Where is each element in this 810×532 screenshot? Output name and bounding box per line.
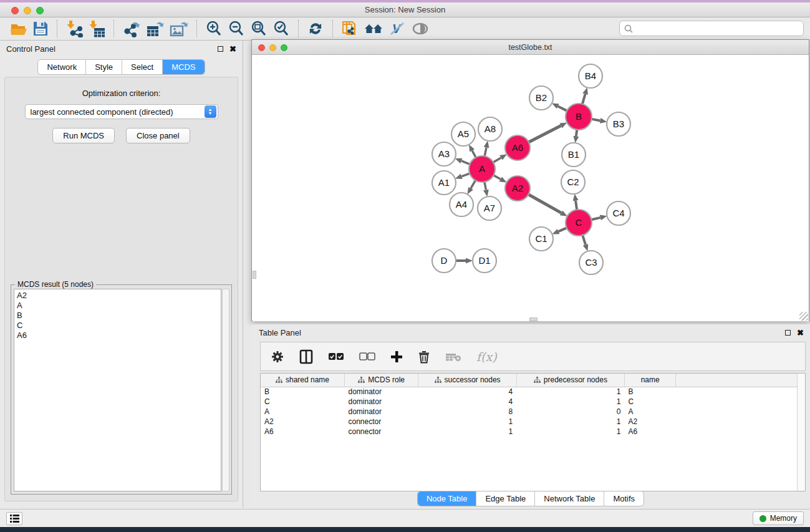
task-history-button[interactable]: [6, 512, 22, 525]
refresh-button[interactable]: [304, 19, 327, 39]
tab-mcds[interactable]: MCDS: [163, 60, 204, 74]
function-builder-button[interactable]: f(x): [476, 347, 497, 367]
column-header-predecessor-nodes[interactable]: predecessor nodes: [516, 374, 624, 387]
memory-button[interactable]: Memory: [753, 511, 804, 525]
zoom-window-button[interactable]: [36, 7, 44, 14]
node-label-A6: A6: [512, 142, 523, 153]
network-window-titlebar[interactable]: testGlobe.txt: [252, 40, 809, 55]
edge-A-A5[interactable]: [472, 150, 476, 157]
table-scrollbar[interactable]: [797, 374, 805, 491]
close-table-panel-icon[interactable]: ✖: [797, 330, 804, 336]
zoom-out-button[interactable]: [225, 19, 248, 39]
result-item[interactable]: A: [17, 301, 221, 311]
close-window-button[interactable]: [11, 7, 19, 14]
minimize-window-button[interactable]: [24, 7, 31, 14]
float-table-panel-icon[interactable]: [785, 330, 791, 336]
result-item[interactable]: A2: [17, 291, 221, 301]
edge-A-A3[interactable]: [461, 161, 470, 164]
edge-B-B3[interactable]: [592, 119, 600, 121]
edge-A-A2[interactable]: [493, 175, 500, 179]
search-input[interactable]: [634, 24, 803, 33]
checked-boxes-icon: [328, 352, 344, 361]
column-header-successor-nodes[interactable]: successor nodes: [418, 374, 516, 387]
result-item[interactable]: A6: [17, 331, 221, 341]
tab-network-table[interactable]: Network Table: [535, 491, 604, 506]
export-image-button[interactable]: [167, 19, 191, 39]
table-row[interactable]: A6connector11A6: [261, 427, 805, 437]
edge-B-B2[interactable]: [558, 106, 567, 110]
network-zoom-button[interactable]: [281, 44, 287, 51]
edge-A-A4[interactable]: [471, 180, 475, 188]
table-settings-button[interactable]: [271, 347, 284, 367]
edge-A-A8[interactable]: [485, 147, 486, 156]
edge-C-C4[interactable]: [591, 218, 600, 220]
result-scrollbar[interactable]: [222, 289, 229, 491]
edge-A-A6[interactable]: [493, 158, 501, 162]
horizontal-scroll-nub[interactable]: [529, 317, 538, 321]
edge-A-A1[interactable]: [461, 173, 470, 177]
edge-B-B1[interactable]: [576, 130, 577, 136]
table-row[interactable]: Adominator80A: [261, 407, 805, 417]
cell: 1: [418, 427, 516, 437]
tab-select[interactable]: Select: [122, 60, 163, 74]
import-network-button[interactable]: [63, 19, 85, 39]
add-column-button[interactable]: [390, 347, 403, 367]
tab-node-table[interactable]: Node Table: [418, 491, 477, 506]
column-header-name[interactable]: name: [624, 374, 675, 387]
result-item[interactable]: B: [17, 311, 221, 321]
column-header-shared-name[interactable]: shared name: [261, 374, 345, 387]
search-field[interactable]: [619, 21, 804, 36]
export-table-button[interactable]: [143, 19, 167, 39]
resize-grip-icon[interactable]: [799, 312, 808, 321]
export-network-button[interactable]: [120, 19, 143, 39]
hide-analysis-button[interactable]: V: [386, 19, 408, 39]
delete-table-button[interactable]: [445, 347, 461, 367]
close-panel-button[interactable]: Close panel: [126, 128, 190, 143]
import-table-button[interactable]: [85, 19, 108, 39]
node-label-A5: A5: [458, 128, 469, 139]
tab-edge-table[interactable]: Edge Table: [476, 491, 535, 506]
edge-C-C1[interactable]: [559, 228, 567, 231]
float-panel-icon[interactable]: [218, 46, 223, 52]
network-graph[interactable]: AA1A2A3A4A5A6A7A8BB1B2B3B4CC1C2C3C4DD1: [253, 56, 809, 321]
edge-B-B4[interactable]: [582, 94, 586, 104]
network-canvas[interactable]: AA1A2A3A4A5A6A7A8BB1B2B3B4CC1C2C3C4DD1: [253, 56, 809, 321]
optimization-criterion-select[interactable]: largest connected component (directed) ▲…: [25, 104, 218, 119]
network-close-button[interactable]: [258, 44, 265, 51]
tab-motifs[interactable]: Motifs: [604, 491, 644, 506]
select-all-columns-button[interactable]: [328, 347, 344, 367]
vertical-scroll-nub[interactable]: [253, 271, 256, 279]
run-mcds-button[interactable]: Run MCDS: [52, 128, 115, 143]
show-columns-button[interactable]: [299, 347, 313, 367]
deselect-all-columns-button[interactable]: [359, 347, 375, 367]
clone-network-icon: [341, 19, 359, 38]
edge-A6-B[interactable]: [529, 126, 561, 142]
edge-C-C3[interactable]: [582, 235, 586, 244]
tab-style[interactable]: Style: [86, 60, 122, 74]
edge-C-C2[interactable]: [576, 201, 577, 210]
edge-A2-C[interactable]: [528, 195, 561, 213]
edge-A-A7[interactable]: [485, 182, 486, 190]
close-panel-icon[interactable]: ✖: [229, 46, 236, 52]
select-stepper-icon: ▲▼: [205, 105, 216, 118]
table-panel: Table Panel ✖: [251, 324, 810, 508]
column-type-icon: [276, 377, 282, 384]
clone-network-button[interactable]: [339, 19, 361, 39]
eye-button[interactable]: [408, 19, 432, 39]
result-item[interactable]: C: [17, 321, 221, 331]
table-row[interactable]: A2connector11A2: [261, 417, 805, 427]
column-header-MCDS-role[interactable]: MCDS role: [345, 374, 418, 387]
network-minimize-button[interactable]: [269, 44, 276, 51]
zoom-in-button[interactable]: [203, 19, 225, 39]
node-label-B: B: [576, 111, 582, 122]
cell: A2: [624, 417, 675, 427]
zoom-selected-button[interactable]: [270, 19, 292, 39]
open-session-button[interactable]: [7, 19, 30, 39]
save-session-button[interactable]: [30, 19, 51, 39]
zoom-fit-button[interactable]: [248, 19, 270, 39]
tab-network[interactable]: Network: [38, 60, 86, 74]
home-button[interactable]: [361, 19, 386, 39]
delete-column-button[interactable]: [418, 347, 430, 367]
table-row[interactable]: Cdominator41C: [261, 397, 805, 407]
table-row[interactable]: Bdominator41B: [261, 387, 805, 397]
